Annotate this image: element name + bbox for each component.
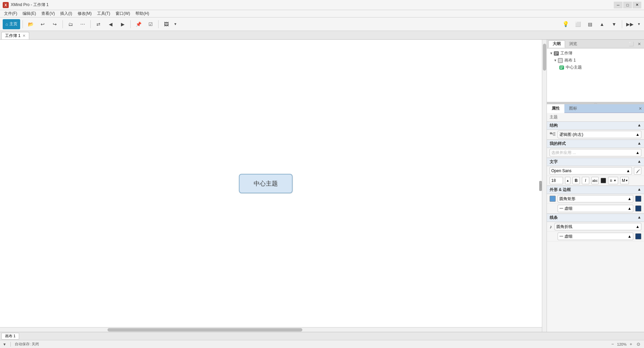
- image-button[interactable]: 🖼: [161, 19, 172, 29]
- central-topic-node[interactable]: 中心主题: [239, 174, 293, 193]
- scroll-thumb-horizontal[interactable]: [108, 328, 302, 332]
- font-dropdown[interactable]: Open Sans ▲: [550, 167, 632, 175]
- shape-collapse[interactable]: ▲: [637, 187, 641, 192]
- close-button[interactable]: ✕: [633, 2, 641, 8]
- shape-border-color-box[interactable]: [635, 196, 641, 202]
- mystyle-collapse[interactable]: ▲: [637, 141, 641, 146]
- zoom-fit-button[interactable]: ⊙: [635, 341, 641, 347]
- panel-close-button[interactable]: ✕: [636, 41, 643, 47]
- spinup-button[interactable]: ▲: [565, 177, 570, 184]
- tab-close-button[interactable]: ✕: [23, 34, 26, 38]
- font-color-box[interactable]: [601, 178, 606, 183]
- shape-section-header: 外形 & 边框 ▲: [547, 186, 644, 194]
- font-dropdown-arrow: ▲: [626, 168, 630, 173]
- svg-rect-3: [555, 54, 557, 55]
- font-script-button[interactable]: 𝒻: [634, 167, 641, 175]
- redo-button[interactable]: ↪: [49, 19, 60, 29]
- line-style-arrow: ▲: [628, 234, 632, 239]
- folder-button[interactable]: 🗂: [65, 19, 76, 29]
- zoom-in-button[interactable]: +: [628, 341, 634, 347]
- lightbulb-button[interactable]: 💡: [560, 19, 571, 29]
- image-dropdown[interactable]: ▼: [173, 19, 178, 29]
- structure-row: 逻辑图 (向左) ▲: [547, 130, 644, 140]
- toolbar-sep-5: [158, 20, 159, 28]
- tree-item-workbook[interactable]: ▼ 工作簿: [547, 50, 644, 57]
- canvas-label: 画布 1: [564, 57, 576, 63]
- filter-icon: ▼: [3, 342, 6, 346]
- underline-button[interactable]: abc: [591, 177, 599, 184]
- panel-resize-handle[interactable]: ⋮: [539, 181, 542, 191]
- line-color-box[interactable]: [635, 233, 641, 239]
- title-bar: X XMind Pro - 工作簿 1 ─ □ ✕: [0, 0, 644, 10]
- toolbar-btn-4[interactable]: ⬜: [572, 19, 583, 29]
- italic-button[interactable]: I: [582, 177, 589, 184]
- workbook-tab[interactable]: 工作簿 1 ✕: [1, 32, 29, 39]
- open-button[interactable]: 📂: [25, 19, 36, 29]
- menu-file[interactable]: 文件(F): [1, 10, 20, 17]
- bold-button[interactable]: B: [572, 177, 580, 184]
- line-style-dropdown[interactable]: 一 虚细 ▲: [558, 233, 633, 240]
- menu-edit[interactable]: 编辑(E): [20, 10, 39, 17]
- properties-tabs: 属性 图标 ✕: [547, 104, 644, 113]
- toolbar-sep-6: [622, 20, 622, 28]
- canvas-area[interactable]: 中心主题 ⋮: [0, 40, 547, 332]
- undo-button[interactable]: ↩: [37, 19, 48, 29]
- workbook-label: 工作簿: [560, 50, 572, 56]
- menu-bar: 文件(F) 编辑(E) 查看(V) 插入(I) 修改(M) 工具(T) 窗口(W…: [0, 10, 644, 17]
- canvas-scrollbar-vertical[interactable]: [542, 40, 547, 332]
- canvas-scrollbar-horizontal[interactable]: [0, 327, 542, 332]
- canvas-icon: [558, 58, 563, 63]
- canvas-tab-1[interactable]: 画布 1: [1, 333, 19, 340]
- outline-tab[interactable]: 大纲: [548, 40, 565, 48]
- prev-button[interactable]: ◀: [105, 19, 116, 29]
- prop-panel-close[interactable]: ✕: [639, 106, 642, 111]
- shape-color-box[interactable]: [550, 196, 556, 202]
- next-button[interactable]: ▶: [117, 19, 128, 29]
- prop-tab-icon[interactable]: 图标: [564, 104, 582, 113]
- toolbar-btn-down[interactable]: ▼: [609, 19, 619, 29]
- menu-modify[interactable]: 修改(M): [75, 10, 94, 17]
- line-collapse[interactable]: ▲: [637, 215, 641, 220]
- margin-dropdown[interactable]: M ▼: [620, 177, 629, 184]
- align-dropdown[interactable]: ≡ ▼: [608, 177, 618, 184]
- browse-tab[interactable]: 浏览: [565, 40, 581, 48]
- border-style-dropdown[interactable]: 一 虚细 ▲: [558, 205, 633, 212]
- menu-help[interactable]: 帮助(H): [133, 10, 152, 17]
- toolbar-btn-export[interactable]: ▶▶: [625, 19, 635, 29]
- mystyle-dropdown[interactable]: 选择并应用 ... ▲: [550, 149, 641, 156]
- border-color-box2[interactable]: [635, 205, 641, 211]
- ellipsis-button[interactable]: ⋯: [77, 19, 88, 29]
- workbook-arrow[interactable]: ▼: [550, 51, 553, 55]
- menu-view[interactable]: 查看(V): [39, 10, 57, 17]
- margin-arrow: ▼: [625, 179, 628, 182]
- right-panel: 大纲 浏览 ⬜ ✕ ▼ 工作簿: [547, 40, 644, 332]
- structure-collapse[interactable]: ▲: [637, 123, 641, 127]
- zoom-out-button[interactable]: −: [610, 341, 616, 347]
- panel-expand-button[interactable]: ⬜: [628, 41, 635, 47]
- structure-diagram-icon: [550, 132, 556, 137]
- status-bar-left: ▼ 自动保存: 关闭: [3, 342, 39, 347]
- prop-tab-property[interactable]: 属性: [547, 104, 564, 113]
- menu-window[interactable]: 窗口(W): [113, 10, 133, 17]
- app-icon: X: [3, 2, 9, 8]
- toolbar-btn-up[interactable]: ▲: [597, 19, 607, 29]
- check-button[interactable]: ☑: [145, 19, 156, 29]
- clip-button[interactable]: 📌: [133, 19, 144, 29]
- exchange-button[interactable]: ⇄: [93, 19, 104, 29]
- text-collapse[interactable]: ▲: [637, 159, 641, 164]
- tree-item-canvas[interactable]: ▼ 画布 1: [547, 57, 644, 64]
- menu-tools[interactable]: 工具(T): [94, 10, 113, 17]
- font-size-input[interactable]: [550, 177, 563, 184]
- minimize-button[interactable]: ─: [614, 2, 622, 8]
- scroll-thumb-vertical[interactable]: [543, 44, 546, 71]
- home-button[interactable]: ⌂ 主页: [3, 19, 20, 29]
- toolbar-btn-5[interactable]: ▤: [585, 19, 595, 29]
- menu-insert[interactable]: 插入(I): [57, 10, 75, 17]
- toolbar-btn-more[interactable]: ▼: [637, 19, 641, 29]
- tree-item-topic[interactable]: 中心主题: [547, 64, 644, 71]
- line-type-dropdown[interactable]: 圆角折线 ▲: [555, 223, 641, 230]
- structure-dropdown[interactable]: 逻辑图 (向左) ▲: [558, 131, 641, 138]
- maximize-button[interactable]: □: [623, 2, 632, 8]
- canvas-arrow[interactable]: ▼: [554, 59, 557, 62]
- shape-dropdown[interactable]: 圆角矩形 ▲: [558, 195, 633, 202]
